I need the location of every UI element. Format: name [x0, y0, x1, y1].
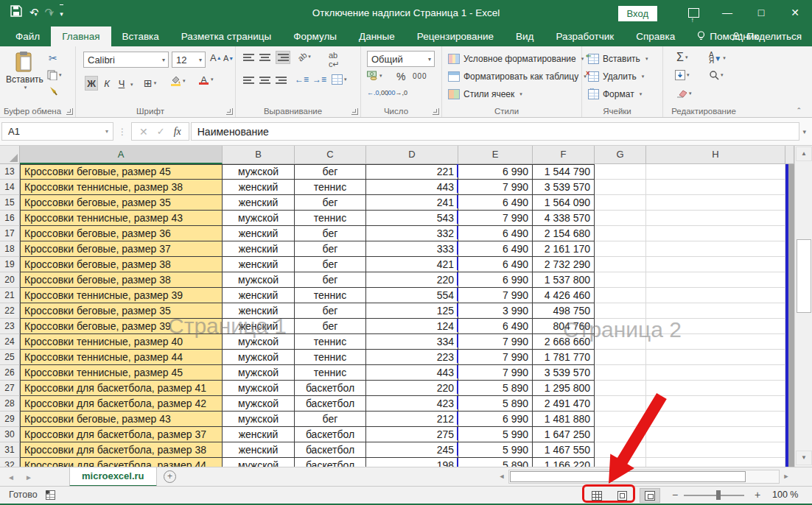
row-header[interactable]: 24 [0, 334, 20, 350]
row-header[interactable]: 28 [0, 396, 20, 412]
cell[interactable]: 6 990 [458, 412, 533, 427]
column-header-a[interactable]: A [20, 146, 223, 164]
format-cells-button[interactable]: ↔ Формат▾ [588, 86, 642, 102]
cell[interactable]: 6 490 [458, 257, 533, 272]
cell[interactable] [595, 458, 646, 467]
cell[interactable]: бег [295, 241, 366, 257]
horizontal-scrollbar[interactable] [508, 470, 780, 484]
cell[interactable]: 7 990 [458, 365, 533, 381]
cell[interactable]: 245 [366, 442, 458, 458]
horizontal-scroll-thumb[interactable] [510, 471, 746, 482]
cell[interactable]: 1 467 550 [533, 442, 595, 458]
cell[interactable]: 333 [366, 241, 458, 257]
cell[interactable]: 1 544 790 [533, 164, 595, 180]
cell[interactable]: 125 [366, 303, 458, 319]
cell[interactable] [595, 164, 646, 180]
column-header-b[interactable]: B [223, 146, 295, 164]
cell[interactable] [646, 257, 785, 272]
cell[interactable]: 5 890 [458, 381, 533, 396]
italic-button[interactable]: К [101, 76, 113, 91]
cell[interactable] [595, 396, 646, 412]
column-header-e[interactable]: E [458, 146, 533, 164]
cell[interactable]: баскетбол [295, 458, 366, 467]
row-header[interactable]: 14 [0, 180, 20, 195]
cell[interactable]: Кроссовки беговые, размер 39 [20, 319, 223, 334]
cell[interactable]: 332 [366, 226, 458, 241]
cell[interactable]: 1 647 250 [533, 427, 595, 442]
tab-data[interactable]: Данные [348, 27, 406, 46]
tab-developer[interactable]: Разработчик [545, 27, 625, 46]
shrink-font-button[interactable]: А▼ [223, 54, 234, 63]
cell[interactable]: 212 [366, 412, 458, 427]
cell[interactable]: мужской [223, 272, 295, 288]
cell[interactable]: Кроссовки теннисные, размер 39 [20, 288, 223, 303]
row-header[interactable]: 13 [0, 164, 20, 180]
cell[interactable] [595, 319, 646, 334]
row-header[interactable]: 26 [0, 365, 20, 381]
cell[interactable]: 1 295 800 [533, 381, 595, 396]
cell[interactable]: женский [223, 226, 295, 241]
cell[interactable] [595, 334, 646, 350]
ribbon-display-options-button[interactable] [676, 0, 710, 27]
select-all-corner[interactable] [0, 146, 20, 164]
cell[interactable]: Кроссовки для баскетбола, размер 44 [20, 458, 223, 467]
redo-button[interactable]: ↷▾ [45, 4, 53, 23]
hscroll-left-button[interactable]: ◄ [495, 470, 508, 484]
hscroll-right-button[interactable]: ► [780, 470, 793, 484]
comma-style-button[interactable]: 000 [413, 72, 427, 80]
cell[interactable]: 6 490 [458, 195, 533, 211]
paste-button[interactable]: Вставить ▾ [6, 51, 43, 91]
share-button[interactable]: Поделиться [732, 27, 802, 46]
customize-qat-button[interactable]: ▾ [60, 4, 63, 22]
zoom-in-button[interactable]: + [755, 489, 760, 501]
sheet-tab-microexcel[interactable]: microexcel.ru [69, 467, 157, 487]
cell[interactable]: 198 [366, 458, 458, 467]
tab-insert[interactable]: Вставка [111, 27, 170, 46]
cell[interactable]: 6 990 [458, 164, 533, 180]
alignment-dialog-launcher[interactable] [351, 108, 358, 115]
row-header[interactable]: 31 [0, 442, 20, 458]
cell[interactable]: 6 990 [458, 272, 533, 288]
orientation-button[interactable]: ab▾ [298, 52, 311, 61]
align-left-button[interactable] [243, 76, 254, 85]
cell[interactable]: Кроссовки беговые, размер 36 [20, 226, 223, 241]
cell[interactable]: 7 990 [458, 180, 533, 195]
cell[interactable] [646, 180, 785, 195]
cell[interactable]: 223 [366, 350, 458, 365]
cell[interactable]: Кроссовки беговые, размер 35 [20, 303, 223, 319]
bold-button[interactable]: Ж [85, 76, 98, 91]
cell[interactable]: 6 490 [458, 319, 533, 334]
cell[interactable]: 498 750 [533, 303, 595, 319]
cell[interactable]: женский [223, 180, 295, 195]
cell[interactable]: Кроссовки теннисные, размер 45 [20, 365, 223, 381]
cell[interactable] [646, 288, 785, 303]
cell[interactable]: 7 990 [458, 334, 533, 350]
login-button[interactable]: Вход [618, 6, 657, 21]
cell[interactable]: 124 [366, 319, 458, 334]
delete-cells-button[interactable]: × Удалить▾ [588, 68, 644, 85]
tab-view[interactable]: Вид [505, 27, 545, 46]
scroll-down-button[interactable]: ▼ [796, 451, 812, 465]
column-header-c[interactable]: C [295, 146, 366, 164]
cell[interactable]: 220 [366, 272, 458, 288]
format-as-table-button[interactable]: Форматировать как таблицу▾ [448, 68, 587, 85]
cell[interactable]: бег [295, 303, 366, 319]
cell[interactable] [646, 350, 785, 365]
cell[interactable]: женский [223, 195, 295, 211]
cell[interactable]: 421 [366, 257, 458, 272]
cell[interactable]: женский [223, 303, 295, 319]
cell[interactable]: Кроссовки беговые, размер 38 [20, 257, 223, 272]
cell[interactable]: баскетбол [295, 396, 366, 412]
column-header-h[interactable]: H [646, 146, 785, 164]
cell[interactable]: мужской [223, 412, 295, 427]
vertical-scrollbar[interactable]: ▲ ▼ [794, 146, 812, 467]
cut-button[interactable]: ✂ [49, 52, 57, 64]
decrease-indent-button[interactable]: ←≡ [295, 74, 309, 85]
cell[interactable]: 2 732 290 [533, 257, 595, 272]
cell[interactable]: 221 [366, 164, 458, 180]
maximize-button[interactable]: □ [744, 0, 778, 27]
cell[interactable]: 6 490 [458, 226, 533, 241]
cell[interactable]: бег [295, 272, 366, 288]
row-header[interactable]: 20 [0, 272, 20, 288]
cell[interactable]: Кроссовки для баскетбола, размер 42 [20, 396, 223, 412]
